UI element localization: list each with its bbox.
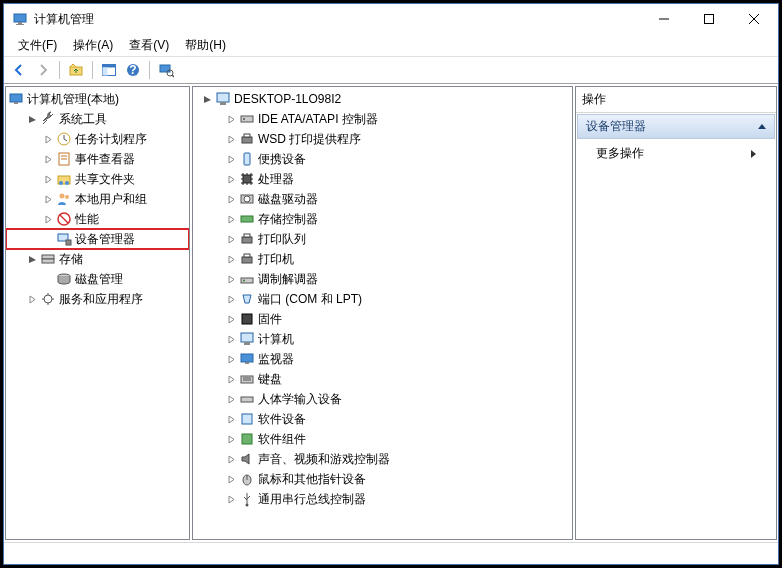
device-node-soft-components[interactable]: 软件组件 <box>193 429 572 449</box>
expander-open-icon[interactable] <box>199 91 215 107</box>
actions-band-device-manager[interactable]: 设备管理器 <box>577 114 775 139</box>
svg-rect-9 <box>103 65 116 68</box>
device-node-modems[interactable]: 调制解调器 <box>193 269 572 289</box>
minimize-button[interactable] <box>641 5 686 34</box>
expander-closed-icon[interactable] <box>223 271 239 287</box>
maximize-button[interactable] <box>686 5 731 34</box>
tree-node-system-tools[interactable]: 系统工具 <box>6 109 189 129</box>
svg-rect-40 <box>244 134 250 137</box>
tree-node-local-users[interactable]: 本地用户和组 <box>6 189 189 209</box>
expander-closed-icon[interactable] <box>223 391 239 407</box>
expander-closed-icon[interactable] <box>223 471 239 487</box>
expander-closed-icon[interactable] <box>223 491 239 507</box>
svg-point-25 <box>60 194 65 199</box>
tree-node-device-manager[interactable]: 设备管理器 <box>6 229 189 249</box>
separator <box>59 61 60 79</box>
expander-closed-icon[interactable] <box>223 251 239 267</box>
expander-closed-icon[interactable] <box>223 431 239 447</box>
tools-icon <box>40 111 56 127</box>
device-node-processors[interactable]: 处理器 <box>193 169 572 189</box>
svg-rect-31 <box>42 255 54 259</box>
back-button[interactable] <box>8 59 30 81</box>
device-node-printers[interactable]: 打印机 <box>193 249 572 269</box>
window-title: 计算机管理 <box>34 11 641 28</box>
device-node-print-queues[interactable]: 打印队列 <box>193 229 572 249</box>
tree-node-shared-folders[interactable]: 共享文件夹 <box>6 169 189 189</box>
close-button[interactable] <box>731 5 776 34</box>
expander-open-icon[interactable] <box>24 251 40 267</box>
device-node-computer-cat[interactable]: 计算机 <box>193 329 572 349</box>
expander-closed-icon[interactable] <box>40 131 56 147</box>
expander-closed-icon[interactable] <box>223 151 239 167</box>
svg-point-24 <box>65 181 69 185</box>
expander-closed-icon[interactable] <box>40 171 56 187</box>
expander-closed-icon[interactable] <box>223 291 239 307</box>
device-node-portable[interactable]: 便携设备 <box>193 149 572 169</box>
device-label: 计算机 <box>258 331 294 348</box>
menubar: 文件(F) 操作(A) 查看(V) 帮助(H) <box>4 34 778 56</box>
actions-more[interactable]: 更多操作 <box>576 140 776 167</box>
device-node-wsd[interactable]: WSD 打印提供程序 <box>193 129 572 149</box>
tree-node-root[interactable]: 计算机管理(本地) <box>6 89 189 109</box>
device-node-disk-drives[interactable]: 磁盘驱动器 <box>193 189 572 209</box>
help-button[interactable]: ? <box>122 59 144 81</box>
expander-closed-icon[interactable] <box>223 191 239 207</box>
expander-closed-icon[interactable] <box>223 131 239 147</box>
menu-file[interactable]: 文件(F) <box>10 35 65 55</box>
expander-closed-icon[interactable] <box>223 311 239 327</box>
device-node-storage-ctrl[interactable]: 存储控制器 <box>193 209 572 229</box>
device-node-firmware[interactable]: 固件 <box>193 309 572 329</box>
menu-help[interactable]: 帮助(H) <box>177 35 234 55</box>
expander-closed-icon[interactable] <box>223 451 239 467</box>
tree-node-storage[interactable]: 存储 <box>6 249 189 269</box>
scan-hardware-button[interactable] <box>155 59 177 81</box>
tree-label: 本地用户和组 <box>75 191 147 208</box>
tree-node-task-scheduler[interactable]: 任务计划程序 <box>6 129 189 149</box>
forward-button[interactable] <box>32 59 54 81</box>
mid-tree-panel[interactable]: DESKTOP-1LO98I2 IDE ATA/ATAPI 控制器 WSD 打印… <box>192 86 573 540</box>
expander-closed-icon[interactable] <box>223 171 239 187</box>
menu-view[interactable]: 查看(V) <box>121 35 177 55</box>
expander-closed-icon[interactable] <box>223 411 239 427</box>
mouse-icon <box>239 471 255 487</box>
device-node-monitors[interactable]: 监视器 <box>193 349 572 369</box>
expander-closed-icon[interactable] <box>223 371 239 387</box>
expander-closed-icon[interactable] <box>24 291 40 307</box>
hid-icon <box>239 391 255 407</box>
svg-point-38 <box>243 118 245 120</box>
expander-closed-icon[interactable] <box>40 211 56 227</box>
device-label: 软件组件 <box>258 431 306 448</box>
usb-icon <box>239 491 255 507</box>
left-tree-panel[interactable]: 计算机管理(本地) 系统工具 任务计划程序 事件查看器 <box>5 86 190 540</box>
device-node-mice[interactable]: 鼠标和其他指针设备 <box>193 469 572 489</box>
tree-node-disk-mgmt[interactable]: 磁盘管理 <box>6 269 189 289</box>
tree-node-services[interactable]: 服务和应用程序 <box>6 289 189 309</box>
expander-closed-icon[interactable] <box>223 331 239 347</box>
device-node-ports[interactable]: 端口 (COM 和 LPT) <box>193 289 572 309</box>
device-label: IDE ATA/ATAPI 控制器 <box>258 111 378 128</box>
show-hide-tree-button[interactable] <box>98 59 120 81</box>
up-button[interactable] <box>65 59 87 81</box>
device-label: 调制解调器 <box>258 271 318 288</box>
device-node-ide[interactable]: IDE ATA/ATAPI 控制器 <box>193 109 572 129</box>
device-node-usb[interactable]: 通用串行总线控制器 <box>193 489 572 509</box>
device-label: 软件设备 <box>258 411 306 428</box>
tree-node-performance[interactable]: 性能 <box>6 209 189 229</box>
expander-closed-icon[interactable] <box>223 231 239 247</box>
device-node-computer[interactable]: DESKTOP-1LO98I2 <box>193 89 572 109</box>
device-node-sound[interactable]: 声音、视频和游戏控制器 <box>193 449 572 469</box>
expander-closed-icon[interactable] <box>40 151 56 167</box>
expander-open-icon[interactable] <box>24 111 40 127</box>
expander-closed-icon[interactable] <box>40 191 56 207</box>
tree-node-event-viewer[interactable]: 事件查看器 <box>6 149 189 169</box>
expander-closed-icon[interactable] <box>223 111 239 127</box>
svg-rect-62 <box>242 434 252 444</box>
expander-closed-icon[interactable] <box>223 211 239 227</box>
menu-action[interactable]: 操作(A) <box>65 35 121 55</box>
device-node-hid[interactable]: 人体学输入设备 <box>193 389 572 409</box>
folder-share-icon <box>56 171 72 187</box>
svg-rect-10 <box>103 68 108 76</box>
expander-closed-icon[interactable] <box>223 351 239 367</box>
device-node-keyboards[interactable]: 键盘 <box>193 369 572 389</box>
device-node-soft-devices[interactable]: 软件设备 <box>193 409 572 429</box>
